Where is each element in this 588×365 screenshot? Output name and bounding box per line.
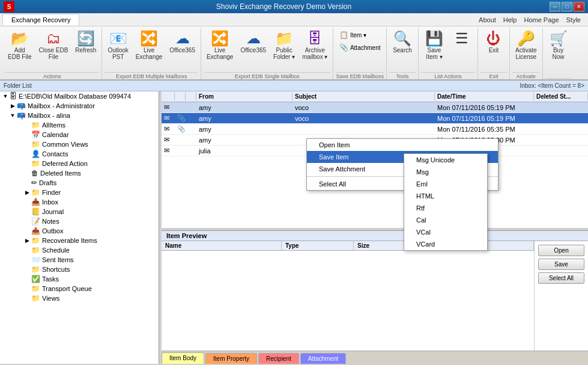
exit-button[interactable]: ⏻ Exit: [480, 29, 507, 56]
maximize-button[interactable]: □: [562, 2, 572, 11]
tree-item-journal[interactable]: 📒 Journal: [0, 207, 159, 216]
tree-item-calendar[interactable]: 📅 Calendar: [0, 130, 159, 140]
ribbon-activate-label: Activate: [512, 72, 540, 79]
add-edb-file-button[interactable]: 📂 AddEDB File: [5, 29, 34, 63]
list-extra-icon: ☰: [455, 31, 468, 46]
app-title: Shoviv Exchange Recovery Demo Version: [18, 2, 550, 11]
preview-col-name: Name: [162, 241, 282, 250]
calendar-icon: 📅: [31, 130, 40, 139]
menu-style[interactable]: Style: [566, 16, 581, 23]
allitems-icon: 📁: [31, 121, 40, 129]
table-row[interactable]: ✉ amy voco Mon 07/11/2016 05:19 PM: [162, 102, 588, 113]
tab-attachment[interactable]: Attachment: [300, 353, 347, 364]
tree-item-mailbox-admin[interactable]: ▶ 📪 Mailbox - Administrator: [0, 101, 159, 111]
tree-item-transport-queue[interactable]: 📁 Transport Queue: [0, 284, 159, 293]
save-button[interactable]: Save: [538, 259, 584, 270]
tree-item-inbox[interactable]: 📥 Inbox: [0, 197, 159, 207]
submenu-item-vcal[interactable]: VCal: [404, 226, 487, 238]
tree-item-shortcuts[interactable]: 📁 Shortcuts: [0, 265, 159, 274]
table-row[interactable]: ✉ 📎 amy Mon 07/11/2016 05:35 PM: [162, 124, 588, 135]
office365-multi-button[interactable]: ☁ Office365: [166, 29, 198, 56]
tree-item-sent-items[interactable]: 📨 Sent Items: [0, 255, 159, 265]
tree-item-notes[interactable]: 📝 Notes: [0, 216, 159, 226]
archive-mailbox-button[interactable]: 🗄 Archivemailbox ▾: [299, 29, 330, 63]
live-exchange-single-button[interactable]: 🔀 LiveExchange: [204, 29, 236, 63]
save-item-button[interactable]: 💾 SaveItem ▾: [421, 29, 447, 63]
refresh-button[interactable]: 🔄 Refresh: [72, 29, 99, 56]
tree-item-recoverable-items[interactable]: ▶ 📁 Recoverable Items: [0, 236, 159, 245]
tree-item-root[interactable]: ▼ 🗄 E:\EDB\Old Mailbox Database 099474: [0, 91, 159, 101]
menu-help[interactable]: Help: [503, 16, 517, 23]
tree-item-tasks[interactable]: ✅ Tasks: [0, 274, 159, 284]
minimize-button[interactable]: ─: [550, 2, 560, 11]
office365-single-button[interactable]: ☁ Office365: [237, 29, 269, 56]
sent-items-icon: 📨: [31, 256, 40, 264]
tree-item-allitems[interactable]: 📁 AllItems: [0, 120, 159, 130]
select-all-button[interactable]: Select All: [538, 272, 584, 284]
tree-item-outbox[interactable]: 📤 Outbox: [0, 226, 159, 236]
ctx-open-item[interactable]: Open Item: [307, 139, 498, 151]
search-button[interactable]: 🔍 Search: [389, 29, 416, 56]
tree-item-drafts[interactable]: ✏ Drafts: [0, 178, 159, 188]
close-button[interactable]: ✕: [574, 2, 584, 11]
submenu-item-cal[interactable]: Cal: [404, 214, 487, 226]
expand-finder[interactable]: ▶: [23, 189, 31, 195]
col-header-subject[interactable]: Subject: [292, 93, 435, 100]
attachment-button[interactable]: 📎 Attachment: [336, 41, 384, 54]
ribbon-group-export-single: 🔀 LiveExchange ☁ Office365 📁 PublicFolde…: [201, 28, 333, 79]
menu-about[interactable]: About: [479, 16, 496, 23]
row4-flags: ✉: [162, 146, 175, 155]
col-header-from[interactable]: From: [196, 93, 292, 100]
archive-mailbox-label: Archivemailbox ▾: [302, 47, 327, 60]
public-folder-button[interactable]: 📁 PublicFolder ▾: [270, 29, 298, 63]
tree-item-common-views[interactable]: 📁 Common Views: [0, 140, 159, 149]
open-button[interactable]: Open: [538, 245, 584, 256]
submenu-item-vcard[interactable]: VCard: [404, 238, 487, 250]
expand-recoverable[interactable]: ▶: [23, 238, 31, 244]
col-header-deleted[interactable]: Deleted St...: [534, 93, 588, 100]
submenu-item-msg-unicode[interactable]: Msg Unicode: [404, 154, 487, 166]
list-extra-button[interactable]: ☰: [449, 29, 475, 48]
tree-item-mailbox-alina[interactable]: ▼ 📪 Mailbox - alina: [0, 111, 159, 120]
submenu-item-eml[interactable]: Eml: [404, 178, 487, 190]
live-exchange-multi-button[interactable]: 🔀 LiveExchange: [133, 29, 165, 63]
schedule-label: Schedule: [42, 247, 70, 254]
menu-home-page[interactable]: Home Page: [524, 16, 559, 23]
col-header-date[interactable]: Date/Time: [435, 93, 534, 100]
row2-subject: [292, 129, 435, 130]
app-logo: S: [4, 1, 18, 12]
tab-item-body[interactable]: Item Body: [162, 352, 204, 364]
row1-attach: 📎: [175, 114, 186, 123]
outlook-pst-button[interactable]: 📧 OutlookPST: [105, 29, 131, 63]
tree-item-views[interactable]: 📁 Views: [0, 293, 159, 303]
buy-now-button[interactable]: 🛒 BuyNow: [545, 29, 572, 63]
row2-date: Mon 07/11/2016 05:35 PM: [435, 125, 534, 133]
recoverable-items-icon: 📁: [31, 236, 40, 245]
journal-label: Journal: [42, 208, 64, 215]
tab-item-property[interactable]: Item Property: [205, 353, 257, 364]
tab-recipient[interactable]: Recipient: [258, 353, 299, 364]
finder-icon: 📁: [31, 188, 40, 197]
ribbon-group-list-actions: 💾 SaveItem ▾ ☰ List Actions: [419, 28, 478, 79]
add-edb-icon: 📂: [11, 31, 29, 46]
folder-tree[interactable]: ▼ 🗄 E:\EDB\Old Mailbox Database 099474 ▶…: [0, 91, 159, 364]
ribbon-exit-label: Exit: [480, 72, 507, 79]
tab-exchange-recovery[interactable]: Exchange Recovery: [2, 14, 79, 25]
close-edb-file-button[interactable]: 🗂 Close EDBFile: [35, 29, 71, 63]
submenu-item-msg[interactable]: Msg: [404, 166, 487, 178]
table-row[interactable]: ✉ 📎 amy voco Mon 07/11/2016 05:19 PM: [162, 113, 588, 124]
expand-root[interactable]: ▼: [1, 93, 10, 99]
tree-item-deferred-action[interactable]: 📁 Deferred Action: [0, 159, 159, 168]
tree-item-deleted-items[interactable]: 🗑 Deleted Items: [0, 168, 159, 178]
save-edb-col: 📋 Item ▾ 📎 Attachment: [336, 29, 384, 54]
submenu-item-rtf[interactable]: Rtf: [404, 202, 487, 214]
activate-license-button[interactable]: 🔑 ActivateLicense: [512, 29, 540, 63]
expand-mailbox-admin[interactable]: ▶: [8, 103, 17, 109]
tree-item-contacts[interactable]: 👤 Contacts: [0, 149, 159, 159]
expand-mailbox-alina[interactable]: ▼: [8, 112, 17, 118]
submenu-item-html[interactable]: HTML: [404, 190, 487, 202]
views-label: Views: [42, 295, 59, 302]
tree-item-schedule[interactable]: 📁 Schedule: [0, 245, 159, 255]
tree-item-finder[interactable]: ▶ 📁 Finder: [0, 188, 159, 197]
item-dropdown-button[interactable]: 📋 Item ▾: [336, 29, 384, 41]
